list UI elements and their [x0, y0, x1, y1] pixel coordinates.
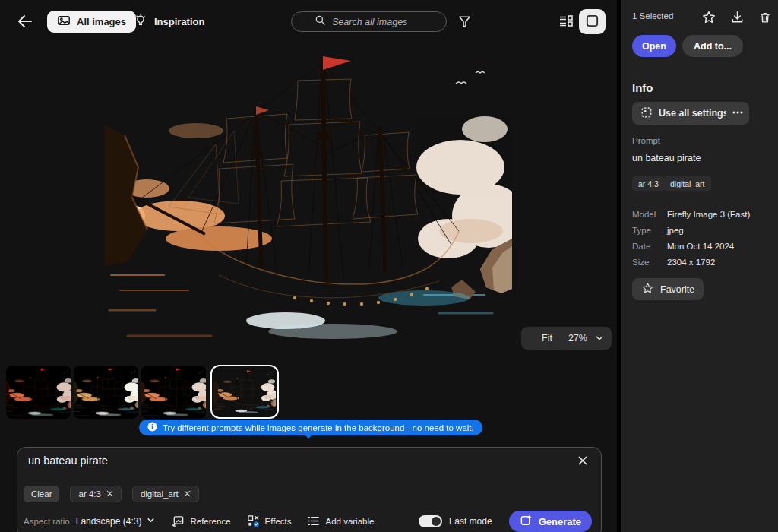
single-view-button[interactable] [579, 9, 606, 34]
meta-value: Mon Oct 14 2024 [667, 242, 734, 251]
details-sidebar: 1 Selected Open Add to... Info Use all s… [621, 0, 778, 532]
generate-label: Generate [539, 516, 581, 527]
favorite-icon-button[interactable] [699, 8, 719, 28]
fast-mode-toggle[interactable] [419, 515, 442, 527]
background-generation-tooltip: Try different prompts while images gener… [139, 420, 482, 435]
download-button[interactable] [727, 8, 747, 28]
square-view-icon [585, 14, 599, 30]
generate-sparkle-icon [520, 514, 533, 529]
reference-button[interactable]: Reference [172, 515, 230, 529]
meta-label: Type [632, 226, 667, 235]
thumbnail-4-selected[interactable] [210, 365, 279, 419]
tooltip-text: Try different prompts while images gener… [163, 423, 474, 432]
images-icon [57, 14, 71, 30]
search-input[interactable] [332, 17, 423, 27]
info-section-title: Info [632, 81, 653, 94]
info-icon [147, 422, 157, 433]
meta-label: Date [632, 242, 667, 251]
thumbnail-image [213, 368, 276, 416]
selected-image-preview[interactable] [105, 40, 512, 354]
use-all-settings-label: Use all settings [659, 108, 729, 119]
more-options-button[interactable] [726, 102, 749, 125]
prompt-input[interactable]: un bateau pirate [28, 454, 332, 467]
reference-icon [172, 515, 185, 529]
more-icon [732, 109, 744, 121]
star-icon [701, 10, 716, 27]
effects-button[interactable]: Effects [247, 515, 292, 529]
filter-button[interactable] [454, 13, 474, 33]
thumbnail-image [141, 366, 206, 419]
fit-button[interactable]: Fit [542, 333, 552, 344]
remove-icon[interactable] [184, 489, 191, 499]
meta-label: Model [632, 210, 667, 219]
clear-chips-button[interactable]: Clear [24, 486, 59, 502]
tag-aspect-ratio: ar 4:3 [632, 176, 665, 191]
zoom-control[interactable]: Fit 27% [521, 327, 612, 350]
generate-button[interactable]: Generate [509, 511, 592, 532]
meta-row-model: Model Firefly Image 3 (Fast) [632, 210, 769, 219]
library-main-pane: All images Inspiration Fit 27% [0, 0, 617, 532]
chip-aspect-ratio[interactable]: ar 4:3 [70, 486, 121, 502]
close-icon [577, 454, 589, 469]
search-bar[interactable] [291, 11, 447, 32]
thumbnail-1[interactable] [6, 366, 71, 419]
meta-value: Firefly Image 3 (Fast) [667, 210, 750, 219]
fast-mode-label: Fast mode [449, 516, 492, 527]
lightbulb-icon [134, 14, 147, 30]
aspect-ratio-label: Aspect ratio [24, 517, 70, 526]
open-button[interactable]: Open [632, 35, 676, 57]
thumbnail-image [6, 366, 71, 419]
use-all-settings-button[interactable]: Use all settings [632, 102, 737, 125]
thumbnail-2[interactable] [74, 366, 138, 419]
zoom-level-value: 27% [568, 333, 587, 344]
tab-all-images[interactable]: All images [47, 11, 136, 33]
clear-prompt-button[interactable] [574, 453, 591, 470]
prompt-chips-row: Clear ar 4:3 digital_art [24, 486, 199, 502]
effects-label: Effects [265, 517, 292, 526]
thumbnail-image [74, 366, 138, 419]
tab-inspiration-label: Inspiration [154, 16, 204, 27]
open-label: Open [642, 41, 666, 52]
clear-label: Clear [31, 489, 52, 499]
search-icon [315, 14, 326, 29]
back-button[interactable] [15, 12, 35, 32]
prompt-bar: un bateau pirate Clear ar 4:3 digital_ar… [17, 447, 602, 532]
prompt-value: un bateau pirate [632, 153, 701, 163]
trash-icon [758, 11, 772, 27]
prompt-controls-row: Aspect ratio Landscape (4:3) Reference E… [24, 510, 592, 532]
filter-icon [457, 14, 472, 31]
meta-value: 2304 x 1792 [667, 258, 715, 267]
meta-row-size: Size 2304 x 1792 [632, 258, 769, 267]
toggle-knob [432, 517, 441, 526]
star-icon [641, 282, 654, 297]
favorite-label: Favorite [660, 284, 694, 295]
chevron-down-icon [146, 515, 156, 527]
aspect-ratio-value: Landscape (4:3) [76, 516, 142, 527]
add-to-button[interactable]: Add to... [682, 35, 743, 57]
chip-label: digital_art [141, 489, 179, 499]
favorite-button[interactable]: Favorite [632, 278, 704, 300]
delete-button[interactable] [755, 8, 775, 28]
meta-row-date: Date Mon Oct 14 2024 [632, 242, 769, 251]
chevron-down-icon[interactable] [594, 333, 605, 344]
meta-row-type: Type jpeg [632, 226, 769, 235]
selected-count: 1 Selected [632, 11, 673, 21]
list-view-icon [558, 14, 574, 31]
thumbnail-3[interactable] [141, 366, 206, 419]
chip-style[interactable]: digital_art [132, 486, 199, 502]
effects-icon [247, 515, 260, 529]
add-variable-label: Add variable [325, 517, 374, 526]
tab-inspiration[interactable]: Inspiration [129, 11, 209, 33]
remove-icon[interactable] [106, 489, 113, 499]
chip-label: ar 4:3 [78, 489, 100, 499]
add-variable-button[interactable]: Add variable [307, 515, 374, 529]
arrow-left-icon [17, 13, 33, 32]
reference-label: Reference [190, 517, 230, 526]
apply-settings-icon [640, 106, 653, 121]
prompt-section-label: Prompt [632, 136, 660, 145]
add-to-label: Add to... [694, 41, 732, 52]
aspect-ratio-select[interactable]: Landscape (4:3) [76, 515, 157, 527]
tag-style: digital_art [664, 176, 711, 191]
list-view-button[interactable] [556, 12, 576, 32]
tab-all-images-label: All images [77, 16, 126, 27]
